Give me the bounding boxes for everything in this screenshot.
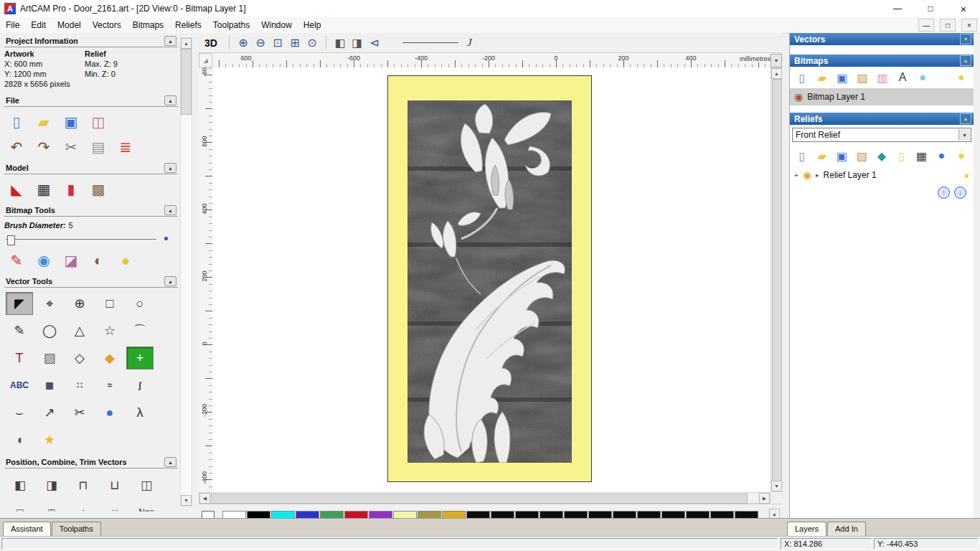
dropdown-arrow-icon[interactable]: ▼ bbox=[958, 129, 970, 141]
menu-item[interactable]: Model bbox=[52, 18, 87, 32]
scroll-up-icon[interactable]: ▲ bbox=[181, 38, 192, 49]
bitmap-visibility-icon[interactable]: ● bbox=[953, 70, 969, 85]
import-image-icon[interactable]: ◫ bbox=[88, 112, 109, 132]
slider-thumb[interactable] bbox=[7, 235, 15, 245]
greyscale-image-icon[interactable]: ▩ bbox=[88, 179, 109, 199]
align-center-icon[interactable]: ◫ bbox=[132, 474, 161, 496]
smooth-curve-tool[interactable]: ∫ bbox=[126, 374, 154, 397]
relief-visibility-icon[interactable]: ● bbox=[953, 149, 969, 163]
scrollbar-thumb[interactable] bbox=[181, 49, 192, 115]
collapse-button[interactable]: ▲ bbox=[164, 95, 176, 105]
open-model-icon[interactable]: ▰ bbox=[33, 112, 55, 132]
palette-icon[interactable]: ◐ bbox=[88, 250, 109, 270]
bitmap-layer-row[interactable]: ◉ Bitmap Layer 1 bbox=[790, 88, 974, 105]
tab-toolpaths[interactable]: Toolpaths bbox=[52, 522, 101, 536]
collapse-button[interactable]: ▲ bbox=[164, 457, 176, 467]
create-ellipse-tool[interactable]: ◯ bbox=[36, 319, 63, 342]
flood-fill-icon[interactable]: ● bbox=[115, 250, 136, 270]
zoom-in-icon[interactable]: ⊕ bbox=[235, 36, 251, 50]
zoom-out-icon[interactable]: ⊖ bbox=[253, 36, 268, 50]
create-polygon-tool[interactable]: △ bbox=[66, 319, 93, 342]
snap-left-icon[interactable]: ◧ bbox=[332, 36, 348, 50]
align-bottom-icon[interactable]: ⊔ bbox=[100, 474, 129, 496]
collapse-button[interactable]: ▲ bbox=[164, 36, 176, 46]
paste-vectors-tool[interactable]: + bbox=[126, 347, 154, 369]
assistant-scrollbar[interactable]: ▲ ▼ bbox=[180, 37, 192, 507]
lighting-icon[interactable]: ▮ bbox=[60, 179, 82, 199]
units-dropdown-icon[interactable]: ▼ bbox=[771, 54, 782, 67]
redo-icon[interactable]: ↷ bbox=[33, 137, 55, 157]
mdi-minimize-button[interactable]: — bbox=[918, 19, 934, 32]
relief-select-dropdown[interactable]: Front Relief ▼ bbox=[792, 128, 971, 142]
zoom-window-icon[interactable]: ⊡ bbox=[270, 36, 286, 50]
fillet-tool[interactable]: ◆ bbox=[96, 347, 123, 369]
create-text-tool[interactable]: T bbox=[6, 347, 33, 369]
menu-item[interactable]: Toolpaths bbox=[207, 18, 255, 32]
paint-tool-icon[interactable]: ✎ bbox=[6, 250, 27, 270]
scroll-right-icon[interactable]: ▶ bbox=[759, 493, 770, 504]
scroll-up-icon[interactable]: ▲ bbox=[771, 68, 782, 79]
vertical-scrollbar[interactable]: ▲ ▼ bbox=[771, 67, 782, 492]
notes-icon[interactable]: ≣ bbox=[115, 137, 136, 157]
paste-icon[interactable]: ▤ bbox=[88, 137, 109, 157]
zoom-fit-icon[interactable]: ⊞ bbox=[287, 36, 303, 50]
collapse-button[interactable]: ▲ bbox=[960, 55, 971, 66]
minimize-button[interactable]: — bbox=[881, 0, 914, 17]
scroll-down-icon[interactable]: ▼ bbox=[181, 495, 192, 506]
spline-tool[interactable]: λ bbox=[126, 401, 154, 424]
relief-save-icon[interactable]: ▣ bbox=[834, 149, 850, 163]
bitmap-new-icon[interactable]: ▯ bbox=[794, 70, 810, 85]
save-model-icon[interactable]: ▣ bbox=[60, 112, 82, 132]
menu-item[interactable]: Bitmaps bbox=[127, 18, 169, 32]
collapse-button[interactable]: ▼ bbox=[960, 34, 971, 44]
bitmap-open-icon[interactable]: ▰ bbox=[814, 70, 830, 85]
mdi-close-button[interactable]: × bbox=[961, 19, 977, 32]
text-block-tool[interactable]: ABC bbox=[6, 374, 33, 397]
3d-view-button[interactable]: 3D bbox=[204, 37, 217, 49]
undo-icon[interactable]: ↶ bbox=[6, 137, 27, 157]
menu-item[interactable]: Vectors bbox=[87, 18, 127, 32]
bitmap-sphere-icon[interactable]: ● bbox=[915, 70, 930, 85]
bitmap-save-icon[interactable]: ▣ bbox=[834, 70, 850, 85]
combine-union-icon[interactable]: ◱ bbox=[6, 501, 34, 512]
cut-icon[interactable]: ✂ bbox=[60, 137, 82, 157]
combine-subtract-icon[interactable]: ◰ bbox=[37, 501, 66, 512]
relief-layer-row[interactable]: + ◉ ▸ Relief Layer 1 ● bbox=[790, 166, 974, 184]
bitmap-texture-icon[interactable]: ▨ bbox=[854, 70, 870, 85]
horizontal-scrollbar[interactable]: ◀ ▶ bbox=[199, 492, 771, 504]
measure-tool[interactable]: ▨ bbox=[36, 347, 63, 369]
dome-tool[interactable]: ● bbox=[96, 401, 123, 424]
select-vectors-tool[interactable]: ◤ bbox=[6, 292, 33, 315]
zoom-previous-icon[interactable]: ⊲ bbox=[367, 36, 382, 50]
bitmap-text-icon[interactable]: A bbox=[895, 70, 910, 85]
relief-open-icon[interactable]: ▰ bbox=[814, 149, 830, 163]
erase-tool-icon[interactable]: ◪ bbox=[60, 250, 82, 270]
expand-icon[interactable]: + bbox=[794, 171, 798, 179]
nesting-tool[interactable]: ∷ bbox=[66, 374, 93, 397]
node-editing-tool[interactable]: ⌖ bbox=[36, 292, 63, 315]
menu-item[interactable]: File bbox=[0, 18, 25, 32]
zoom-object-icon[interactable]: ⊙ bbox=[304, 36, 320, 50]
align-top-icon[interactable]: ⊓ bbox=[69, 474, 98, 496]
scatter-icon[interactable]: ∷ bbox=[100, 501, 129, 512]
tab-add-in[interactable]: Add In bbox=[827, 522, 866, 536]
nest-icon[interactable]: Nes bbox=[132, 501, 161, 512]
extend-tool[interactable]: ↗ bbox=[36, 401, 63, 424]
menu-item[interactable]: Window bbox=[255, 18, 298, 32]
tab-layers[interactable]: Layers bbox=[787, 522, 826, 536]
scrollbar-thumb[interactable] bbox=[211, 494, 748, 504]
2d-view-canvas[interactable] bbox=[212, 67, 771, 492]
fit-curve-tool[interactable]: ≈ bbox=[96, 374, 123, 397]
relief-layers-icon[interactable]: ◆ bbox=[874, 149, 890, 163]
slice-tool[interactable]: ◖ bbox=[6, 428, 33, 451]
move-layer-up-button[interactable]: ↑ bbox=[938, 187, 950, 199]
create-circle-tool[interactable]: ○ bbox=[126, 292, 154, 315]
create-arc-tool[interactable]: ⌒ bbox=[126, 319, 154, 342]
bitmap-colour-icon[interactable]: ▥ bbox=[875, 70, 890, 85]
caret-icon[interactable]: ▸ bbox=[816, 171, 819, 179]
new-model-icon[interactable]: ▯ bbox=[6, 112, 27, 132]
brush-diameter-slider[interactable] bbox=[4, 234, 178, 245]
offset-vectors-tool[interactable]: ◇ bbox=[66, 347, 93, 369]
move-layer-down-button[interactable]: ↓ bbox=[954, 187, 966, 199]
create-star-tool[interactable]: ☆ bbox=[96, 319, 123, 342]
